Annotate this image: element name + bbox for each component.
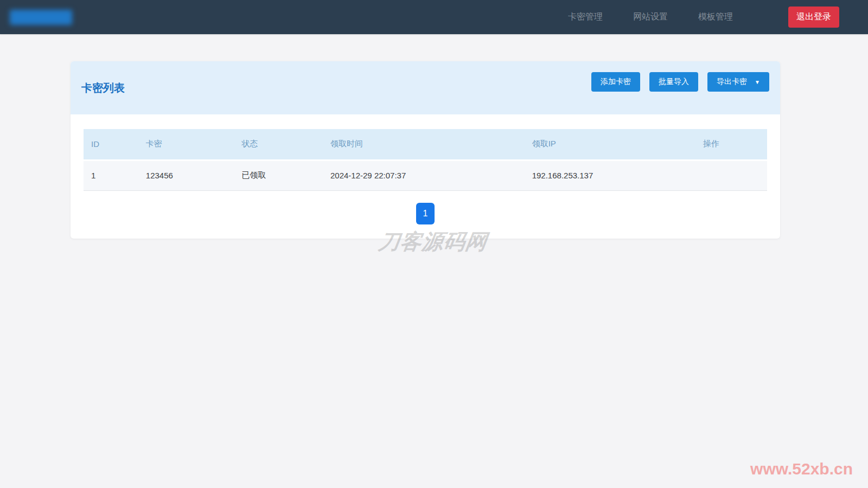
cell-claim-ip: 192.168.253.137 [525,160,695,190]
cell-claim-time: 2024-12-29 22:07:37 [323,160,525,190]
cell-status: 已领取 [234,160,323,190]
column-header-actions: 操作 [695,129,767,160]
nav-links: 卡密管理 网站设置 模板管理 退出登录 [568,7,839,28]
nav-item-card-key-management[interactable]: 卡密管理 [568,11,603,23]
column-header-claim-time: 领取时间 [323,129,525,160]
batch-import-button[interactable]: 批量导入 [649,72,698,92]
card-key-list-panel: 卡密列表 添加卡密 批量导入 导出卡密 ▼ ID 卡密 状态 领取时间 领取I [71,61,780,239]
pagination: 1 [84,203,767,224]
panel-actions: 添加卡密 批量导入 导出卡密 ▼ [591,72,769,92]
page-title: 卡密列表 [81,81,125,95]
export-card-key-dropdown-button[interactable]: 导出卡密 ▼ [707,72,769,92]
add-card-key-button[interactable]: 添加卡密 [591,72,640,92]
column-header-status: 状态 [234,129,323,160]
bottom-right-watermark: www.52xb.cn [750,460,853,478]
table-header-row: ID 卡密 状态 领取时间 领取IP 操作 [84,129,767,160]
column-header-id: ID [84,129,138,160]
site-logo[interactable] [10,10,72,25]
column-header-card-key: 卡密 [138,129,234,160]
card-key-table: ID 卡密 状态 领取时间 领取IP 操作 1 123456 已领取 2024-… [84,129,767,191]
export-button-label: 导出卡密 [717,77,747,87]
table-row: 1 123456 已领取 2024-12-29 22:07:37 192.168… [84,160,767,190]
chevron-down-icon: ▼ [755,79,760,85]
cell-id: 1 [84,160,138,190]
cell-actions [695,160,767,190]
logout-button[interactable]: 退出登录 [788,7,839,28]
panel-header: 卡密列表 添加卡密 批量导入 导出卡密 ▼ [71,61,780,114]
pagination-page-1-button[interactable]: 1 [416,203,435,224]
top-navbar: 卡密管理 网站设置 模板管理 退出登录 [0,0,868,34]
nav-item-site-settings[interactable]: 网站设置 [633,11,668,23]
column-header-claim-ip: 领取IP [525,129,695,160]
panel-body: ID 卡密 状态 领取时间 领取IP 操作 1 123456 已领取 2024-… [71,114,780,239]
nav-item-template-management[interactable]: 模板管理 [698,11,733,23]
cell-card-key: 123456 [138,160,234,190]
